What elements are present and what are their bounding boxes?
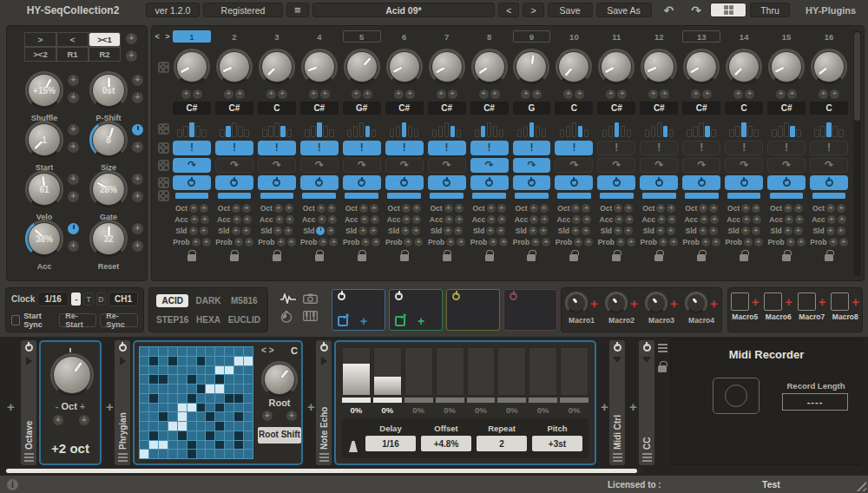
root-next-button[interactable]: > xyxy=(269,345,274,355)
module-slot-1[interactable]: + xyxy=(332,289,385,331)
velo-knob[interactable]: 61 xyxy=(25,170,63,208)
scale-cell[interactable] xyxy=(197,422,206,431)
scale-cell[interactable] xyxy=(168,366,177,375)
scale-cell[interactable] xyxy=(149,357,158,365)
scale-cell[interactable] xyxy=(149,422,158,431)
pitch-step-plus-icon[interactable]: + xyxy=(617,89,627,99)
power-icon[interactable] xyxy=(485,179,493,187)
pitch-step-plus-icon[interactable]: + xyxy=(532,89,542,99)
step-lock-icon[interactable] xyxy=(527,254,536,261)
gate-bar-step-11[interactable] xyxy=(600,193,634,199)
octave-slider-step-11[interactable] xyxy=(602,120,632,137)
octave-slider-step-4[interactable] xyxy=(305,120,334,137)
step-lock-icon[interactable] xyxy=(443,254,451,261)
vertical-scrollbar[interactable] xyxy=(853,30,861,276)
sld-plus-icon[interactable]: + xyxy=(529,227,537,235)
gate-bar-step-9[interactable] xyxy=(515,193,549,199)
note-display-step-12[interactable]: C# xyxy=(640,102,678,115)
feel-dotted-button[interactable]: D xyxy=(96,293,106,306)
sld-plus-icon[interactable]: + xyxy=(454,227,463,235)
scale-cell[interactable] xyxy=(149,450,158,458)
scale-cell[interactable] xyxy=(244,347,253,356)
shuffle-knob[interactable]: +15% xyxy=(25,71,63,109)
scale-cell[interactable] xyxy=(206,347,214,356)
oct-plus-icon[interactable]: + xyxy=(370,204,378,213)
pitch-knob-step-15[interactable] xyxy=(768,49,805,85)
sld-plus-icon[interactable]: + xyxy=(358,227,367,235)
slide-button-step-6[interactable]: ↷ xyxy=(385,158,424,173)
param-value-box[interactable]: 1/16 xyxy=(365,436,416,451)
scale-cell[interactable] xyxy=(159,347,168,356)
scale-cell[interactable] xyxy=(178,412,187,421)
scale-cell[interactable] xyxy=(149,394,158,403)
scale-cell[interactable] xyxy=(206,441,214,450)
step-power-button-10[interactable] xyxy=(555,175,593,190)
add-module-icon[interactable]: + xyxy=(418,315,424,327)
oct-plus-icon[interactable]: + xyxy=(285,204,293,213)
sld-plus-icon[interactable]: + xyxy=(189,227,198,235)
oct-plus-icon[interactable]: + xyxy=(529,204,538,213)
accent-button-step-15[interactable]: ! xyxy=(767,141,806,155)
power-icon[interactable] xyxy=(230,179,238,187)
sld-plus-icon[interactable]: + xyxy=(326,227,335,235)
sld-plus-icon[interactable]: + xyxy=(624,227,633,235)
accent-button-step-13[interactable]: ! xyxy=(682,141,720,155)
sld-plus-icon[interactable]: + xyxy=(741,227,750,235)
insert-module-icon[interactable]: + xyxy=(601,399,608,414)
drag-handle-icon[interactable] xyxy=(24,453,34,462)
step-number-4[interactable]: 4 xyxy=(300,30,339,43)
gate-bar-step-16[interactable] xyxy=(812,193,846,199)
echo-bar-2[interactable]: 0% xyxy=(373,347,402,415)
scale-cell[interactable] xyxy=(234,450,243,458)
scale-cell[interactable] xyxy=(225,394,233,403)
acc-plus-icon[interactable]: + xyxy=(582,215,591,224)
preset-next-button[interactable]: > xyxy=(523,3,543,17)
sld-plus-icon[interactable]: + xyxy=(699,227,707,235)
waveform-icon[interactable] xyxy=(280,293,296,304)
power-icon[interactable] xyxy=(273,179,280,187)
scale-cell[interactable] xyxy=(140,357,148,365)
power-icon[interactable] xyxy=(528,179,536,187)
mode-button-hexa[interactable]: HEXA xyxy=(192,313,224,326)
scale-cell[interactable] xyxy=(234,357,243,365)
scale-cell[interactable] xyxy=(206,385,214,393)
scale-cell[interactable] xyxy=(215,431,224,440)
accent-button-step-1[interactable]: ! xyxy=(173,141,211,155)
step-number-11[interactable]: 11 xyxy=(597,30,635,43)
acc-plus-icon[interactable]: + xyxy=(838,215,846,224)
step-power-button-7[interactable] xyxy=(428,175,466,190)
pitch-step-plus-icon[interactable]: + xyxy=(479,89,489,99)
octave-slider-step-10[interactable] xyxy=(560,120,589,137)
scale-cell[interactable] xyxy=(234,404,243,412)
mode-button-dark[interactable]: DARK xyxy=(192,294,224,307)
module-strip-octave[interactable]: Octave xyxy=(21,340,36,465)
scale-cell[interactable] xyxy=(159,366,168,375)
scale-cell[interactable] xyxy=(149,431,158,440)
sld-plus-icon[interactable]: + xyxy=(709,227,718,235)
scale-cell[interactable] xyxy=(187,422,196,431)
scale-cell[interactable] xyxy=(225,431,233,440)
pitch-step-plus-icon[interactable]: + xyxy=(691,89,700,99)
scale-cell[interactable] xyxy=(244,412,253,421)
undo-icon[interactable]: ↶ xyxy=(655,3,683,17)
power-icon[interactable] xyxy=(443,179,450,187)
scale-cell[interactable] xyxy=(140,412,148,421)
macro-assign-icon[interactable]: + xyxy=(785,294,792,309)
sld-plus-icon[interactable]: + xyxy=(794,227,803,235)
collapse-icon[interactable] xyxy=(642,357,651,363)
accent-button-step-6[interactable]: ! xyxy=(385,141,424,155)
power-icon[interactable] xyxy=(320,344,328,352)
octave-slider-step-14[interactable] xyxy=(729,120,759,137)
note-display-step-5[interactable]: G# xyxy=(343,102,381,115)
acc-plus-icon[interactable]: + xyxy=(455,215,464,224)
oct-plus-icon[interactable]: + xyxy=(667,204,675,213)
scale-cell[interactable] xyxy=(159,385,168,393)
sld-timer-icon[interactable] xyxy=(316,227,325,235)
scale-cell[interactable] xyxy=(168,412,177,421)
scale-cell[interactable] xyxy=(140,441,148,450)
pitch-step-plus-icon[interactable]: + xyxy=(733,89,743,99)
module-strip-cc[interactable]: CC xyxy=(639,340,654,465)
scale-cell[interactable] xyxy=(178,385,187,393)
pitch-step-plus-icon[interactable]: + xyxy=(606,89,615,99)
pitch-step-plus-icon[interactable]: + xyxy=(660,89,669,99)
